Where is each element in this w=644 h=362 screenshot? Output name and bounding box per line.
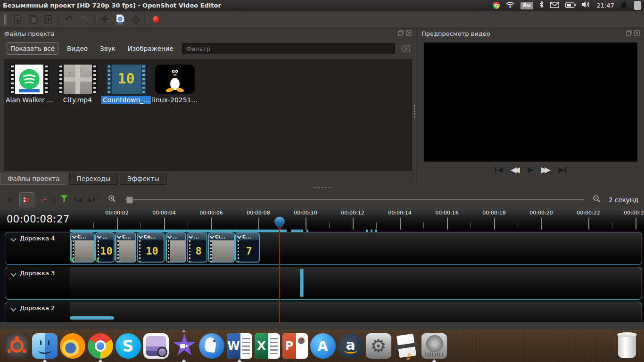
previous-marker-icon[interactable]: ◀	[74, 196, 82, 204]
next-marker-icon[interactable]: ▶	[88, 196, 95, 204]
file-item-3[interactable]: linux-20251...	[151, 65, 198, 104]
chevron-down-icon[interactable]	[189, 234, 193, 239]
toolbar-grip[interactable]	[4, 14, 7, 25]
dock-item-eagle[interactable]	[198, 332, 224, 362]
horizontal-splitter-handle[interactable]	[313, 187, 333, 189]
tab-effects[interactable]: Эффекты	[120, 173, 167, 185]
import-files-icon[interactable]: ✚	[99, 13, 110, 25]
tray-widget[interactable]	[634, 1, 641, 10]
chevron-down-icon[interactable]	[10, 236, 17, 242]
jump-end-button[interactable]: ▶	[558, 166, 567, 174]
clip[interactable]: C...7	[235, 232, 260, 263]
save-project-icon[interactable]	[43, 13, 54, 25]
dock-item-word[interactable]: W	[226, 332, 252, 362]
dock-item-excel[interactable]: X	[254, 332, 280, 362]
chevron-down-icon[interactable]	[10, 305, 17, 312]
dock-item-powerpoint[interactable]: P	[282, 332, 308, 362]
rewind-button[interactable]: ◀◀	[511, 166, 520, 174]
dock-item-harddrive[interactable]	[421, 332, 447, 362]
dock-item-imovie[interactable]: ★	[171, 332, 197, 362]
razor-tool-icon[interactable]: ✂	[41, 195, 47, 205]
add-track-icon[interactable]: ✚	[6, 195, 13, 205]
playhead-marker[interactable]	[274, 216, 285, 232]
undo-icon[interactable]: ↶	[63, 13, 74, 25]
jump-start-button[interactable]: ◀	[495, 166, 503, 174]
play-button[interactable]: ▶	[528, 166, 534, 174]
mail-icon[interactable]	[550, 1, 559, 10]
battery-icon[interactable]	[565, 1, 576, 10]
file-item-1[interactable]: City.mp4	[54, 65, 101, 104]
video-preview-screen[interactable]	[424, 42, 637, 162]
file-item-0[interactable]: Alan Walker ...	[5, 65, 53, 104]
timeline-ruler[interactable]: 00:00:08:27 00:00:0200:00:0400:00:0600:0…	[0, 209, 644, 231]
clip[interactable]: Ci...	[208, 232, 235, 263]
volume-icon[interactable]	[582, 1, 591, 10]
dock-item-skype[interactable]: S	[115, 332, 141, 362]
vertical-splitter-handle[interactable]	[413, 104, 415, 118]
float-panel-icon[interactable]	[398, 30, 404, 37]
clip[interactable]	[300, 269, 304, 297]
track-row-3: Дорожка 3	[5, 267, 642, 300]
filter-image-button[interactable]: Изображение	[124, 42, 177, 55]
dock-item-firefox[interactable]	[59, 332, 85, 362]
fast-forward-button[interactable]: ▶▶	[541, 166, 551, 174]
bluetooth-icon[interactable]	[539, 1, 544, 10]
dock-item-photos[interactable]	[143, 332, 169, 362]
chevron-down-icon[interactable]	[237, 234, 242, 239]
add-marker-icon[interactable]	[60, 195, 68, 205]
clip[interactable]: ...10	[95, 232, 115, 263]
keyboard-layout-indicator[interactable]: Ru	[520, 2, 533, 9]
float-panel-icon[interactable]	[626, 30, 632, 37]
clock[interactable]: 21:47	[597, 2, 614, 9]
tab-transitions[interactable]: Переходы	[69, 173, 118, 185]
snapping-toggle[interactable]	[19, 192, 34, 207]
clip[interactable]: ...	[165, 232, 186, 263]
zoom-in-icon[interactable]	[108, 195, 116, 205]
preview-header: Предпросмотр видео	[417, 27, 644, 40]
chevron-down-icon[interactable]	[167, 234, 172, 239]
apple-menu-icon[interactable]	[620, 0, 628, 11]
dock-item-settings[interactable]: ⚙	[365, 332, 391, 362]
dock-item-installer[interactable]: ✎	[393, 332, 419, 362]
close-panel-icon[interactable]	[406, 30, 412, 37]
trash-icon[interactable]	[618, 334, 636, 358]
clip[interactable]: C...	[115, 232, 136, 263]
filter-show-all-button[interactable]: Показать всё	[7, 42, 58, 55]
open-project-icon[interactable]	[27, 13, 39, 25]
wifi-icon[interactable]	[506, 1, 514, 10]
fullscreen-icon[interactable]	[130, 13, 141, 25]
chevron-down-icon[interactable]	[97, 234, 102, 239]
close-panel-icon[interactable]	[634, 30, 640, 37]
zoom-slider[interactable]	[125, 199, 584, 200]
chevron-down-icon[interactable]	[117, 234, 122, 239]
dock-item-ubuntu[interactable]	[4, 332, 30, 362]
filter-audio-button[interactable]: Звук	[96, 42, 119, 55]
chrome-tray-icon[interactable]	[493, 2, 500, 9]
clear-filter-icon[interactable]	[401, 45, 410, 52]
clip[interactable]: Co...10	[137, 232, 165, 263]
tab-project-files[interactable]: Файлы проекта	[0, 173, 67, 185]
chevron-down-icon[interactable]	[210, 234, 215, 239]
dock-item-finder[interactable]	[32, 332, 58, 362]
clip[interactable]: ...8	[187, 232, 207, 263]
filter-video-button[interactable]: Видео	[63, 42, 91, 55]
chevron-down-icon[interactable]	[139, 234, 143, 239]
export-video-icon[interactable]	[150, 13, 162, 25]
dock-item-chrome[interactable]	[87, 332, 113, 362]
timeline-scrollbar[interactable]	[70, 316, 114, 320]
file-item-2[interactable]: 10Countdown_...	[102, 65, 150, 104]
zoom-slider-handle[interactable]	[126, 197, 133, 204]
dock-item-appstore[interactable]: A	[310, 332, 336, 362]
file-name: linux-20251...	[150, 96, 199, 104]
chevron-down-icon[interactable]	[72, 234, 77, 239]
filter-input[interactable]	[182, 43, 395, 54]
new-project-icon[interactable]	[12, 13, 23, 25]
timeline: 00:00:08:27 00:00:0200:00:0400:00:0600:0…	[0, 209, 644, 322]
clip[interactable]: C...	[70, 232, 95, 263]
clip-header: ...	[166, 233, 185, 241]
dock-item-amazon[interactable]: a	[338, 332, 363, 362]
word-icon: W	[227, 333, 252, 359]
export-file-icon[interactable]: MOVIE	[115, 13, 126, 25]
chevron-down-icon[interactable]	[10, 271, 17, 277]
zoom-out-icon[interactable]	[593, 195, 601, 205]
